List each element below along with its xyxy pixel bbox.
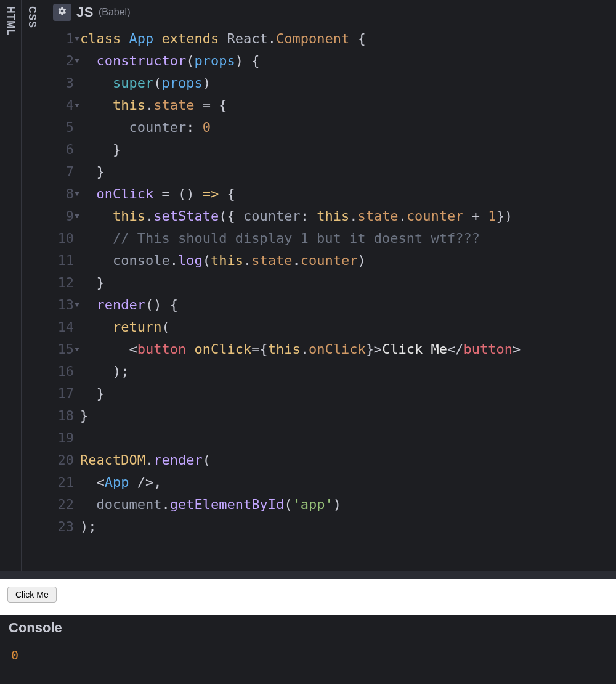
code-line[interactable]: <App />, — [80, 471, 616, 494]
code-line[interactable]: constructor(props) { — [80, 50, 616, 72]
code-line[interactable]: } — [80, 139, 616, 161]
panel-header: JS (Babel) — [43, 0, 616, 25]
line-number: 5 — [43, 116, 74, 139]
code-line[interactable]: } — [80, 405, 616, 427]
console-body: 0 — [0, 641, 616, 669]
output-pane: Click Me — [0, 579, 616, 615]
code-line[interactable]: ); — [80, 516, 616, 538]
line-number: 21 — [43, 471, 74, 494]
line-number: 2 — [43, 50, 74, 72]
line-number: 10 — [43, 227, 74, 250]
line-number: 4 — [43, 94, 74, 116]
click-me-button[interactable]: Click Me — [7, 587, 57, 603]
line-number: 6 — [43, 139, 74, 161]
code-line[interactable]: super(props) — [80, 72, 616, 94]
pane-divider[interactable] — [0, 571, 616, 579]
line-number: 12 — [43, 272, 74, 294]
code-editor[interactable]: 1234567891011121314151617181920212223 cl… — [43, 25, 616, 571]
console-header[interactable]: Console — [0, 615, 616, 641]
settings-button[interactable] — [53, 4, 71, 21]
line-number: 7 — [43, 161, 74, 183]
line-number: 1 — [43, 28, 74, 50]
line-number: 15 — [43, 338, 74, 360]
line-number: 14 — [43, 316, 74, 338]
code-line[interactable]: ); — [80, 360, 616, 383]
code-line[interactable]: this.setState({ counter: this.state.coun… — [80, 205, 616, 227]
code-line[interactable]: return( — [80, 316, 616, 338]
tab-html-label: HTML — [5, 6, 16, 36]
line-gutter: 1234567891011121314151617181920212223 — [43, 28, 80, 571]
console-output-line: 0 — [11, 648, 605, 662]
line-number: 16 — [43, 360, 74, 383]
line-number: 20 — [43, 449, 74, 471]
code-line[interactable]: render() { — [80, 294, 616, 316]
code-line[interactable] — [80, 427, 616, 449]
line-number: 11 — [43, 250, 74, 272]
code-line[interactable]: } — [80, 383, 616, 405]
line-number: 8 — [43, 183, 74, 205]
code-body[interactable]: class App extends React.Component { cons… — [80, 28, 616, 571]
workspace: HTML CSS JS (Babel) 12345678910111213141… — [0, 0, 616, 571]
js-panel: JS (Babel) 12345678910111213141516171819… — [43, 0, 616, 571]
code-line[interactable]: class App extends React.Component { — [80, 28, 616, 50]
code-line[interactable]: } — [80, 272, 616, 294]
line-number: 18 — [43, 405, 74, 427]
code-line[interactable]: document.getElementById('app') — [80, 494, 616, 516]
code-line[interactable]: counter: 0 — [80, 116, 616, 139]
tab-css[interactable]: CSS — [22, 0, 43, 571]
code-line[interactable]: console.log(this.state.counter) — [80, 250, 616, 272]
code-line[interactable]: ReactDOM.render( — [80, 449, 616, 471]
line-number: 23 — [43, 516, 74, 538]
line-number: 19 — [43, 427, 74, 449]
panel-subtitle: (Babel) — [99, 7, 131, 18]
line-number: 3 — [43, 72, 74, 94]
code-line[interactable]: this.state = { — [80, 94, 616, 116]
line-number: 13 — [43, 294, 74, 316]
gear-icon — [57, 6, 67, 18]
code-line[interactable]: } — [80, 161, 616, 183]
tab-css-label: CSS — [26, 6, 38, 28]
code-line[interactable]: <button onClick={this.onClick}>Click Me<… — [80, 338, 616, 360]
panel-title: JS — [76, 4, 94, 20]
code-line[interactable]: onClick = () => { — [80, 183, 616, 205]
line-number: 22 — [43, 494, 74, 516]
code-line[interactable]: // This should display 1 but it doesnt w… — [80, 227, 616, 250]
line-number: 17 — [43, 383, 74, 405]
line-number: 9 — [43, 205, 74, 227]
collapsed-tabs: HTML CSS — [0, 0, 43, 571]
tab-html[interactable]: HTML — [0, 0, 22, 571]
console-pane: Console 0 — [0, 615, 616, 684]
